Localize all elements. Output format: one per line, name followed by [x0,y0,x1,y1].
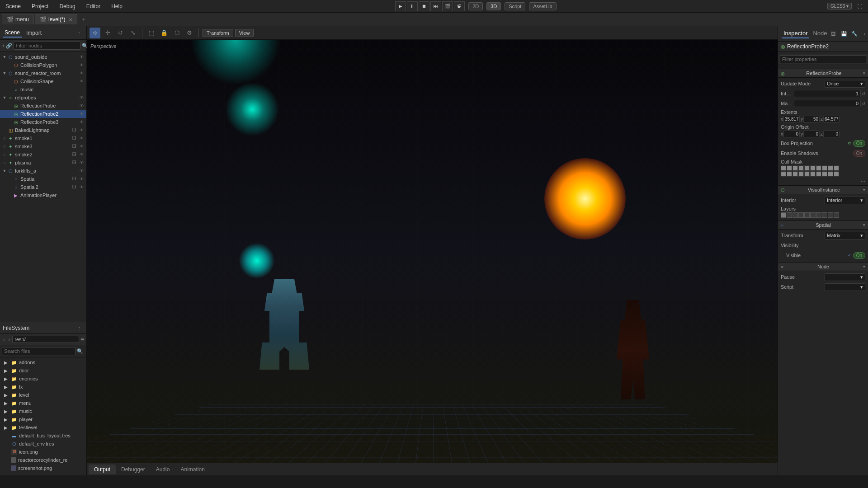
menu-item-scene[interactable]: Scene [4,2,23,10]
layer-6[interactable] [810,212,816,218]
cull-cell-12[interactable] [787,171,792,177]
tab-inspector[interactable]: Inspector [782,29,809,38]
visibility-icon[interactable]: 👁 [78,94,85,101]
layers-bar[interactable] [781,212,839,218]
mode-3d[interactable]: 3D [486,2,501,10]
box-projection-toggle[interactable]: On [853,140,865,147]
gles-badge[interactable]: GLES3 ▾ [827,3,852,9]
fs-item-door[interactable]: ▶ 📁 door [0,366,86,375]
cull-cell-11[interactable] [781,171,786,177]
cull-cell-9[interactable] [828,165,833,171]
tab-level-close[interactable]: ✕ [69,17,72,22]
tree-item-reflection-probe2[interactable]: ◎ ReflectionProbe2 👁 [0,110,86,118]
cull-cell-10[interactable] [834,165,839,171]
cull-cell-2[interactable] [787,165,792,171]
tree-item-refprobes[interactable]: ▼ ○ refprobes 👁 [0,94,86,102]
filter-nodes-input[interactable] [14,42,80,50]
menu-item-debug[interactable]: Debug [57,2,77,10]
max-distance-input[interactable] [794,100,861,107]
add-node-button[interactable]: + [2,41,5,50]
play-custom-button[interactable]: 📽 [454,1,465,11]
cull-cell-1[interactable] [781,165,786,171]
fs-item-player[interactable]: ▶ 📁 player [0,415,86,423]
visible-check-icon[interactable]: ✓ [848,253,851,258]
select-tool-button[interactable]: ⊹ [90,28,100,38]
fs-item-enemies[interactable]: ▶ 📁 enemies [0,375,86,383]
cull-cell-5[interactable] [804,165,810,171]
cull-mask-grid[interactable] [781,164,839,178]
cull-cell-15[interactable] [804,171,810,177]
fs-search-icon[interactable]: 🔍 [75,347,85,356]
visibility-icon[interactable]: 👁 [78,78,85,84]
rotate-tool-button[interactable]: ↺ [115,28,126,38]
cull-cell-14[interactable] [798,171,804,177]
tree-item-reflection-probe3[interactable]: ◎ ReflectionProbe3 👁 [0,118,86,126]
cull-cell-20[interactable] [834,171,839,177]
inspector-icon-1[interactable]: 🖼 [829,29,838,38]
update-mode-dropdown[interactable]: Once ▾ [825,80,865,88]
tree-item-spatial2[interactable]: ○ Spatial2 🎞 👁 [0,183,86,191]
visible-toggle[interactable]: On [853,252,865,259]
visibility-icon[interactable]: 👁 [78,111,85,117]
fs-item-default-env[interactable]: ⬡ default_env.tres [0,440,86,448]
visibility-icon[interactable]: 👁 [78,62,85,68]
inspector-icon-2[interactable]: 💾 [840,29,849,38]
cull-mask-expand[interactable]: … [861,178,865,183]
layer-3[interactable] [793,212,798,218]
cull-cell-17[interactable] [816,171,821,177]
mode-assetlib[interactable]: AssetLib [529,2,556,10]
fs-item-testlevel[interactable]: ▶ 📁 testlevel [0,423,86,432]
extra-tool-1[interactable]: ⬚ [146,28,157,38]
mode-2d[interactable]: 2D [468,2,483,10]
fs-layout-button[interactable]: ☰ [80,335,85,343]
transform-button[interactable]: Transform [203,29,233,37]
tree-item-collision-shape[interactable]: ⬡ CollisionShape 👁 [0,77,86,85]
tree-item-reflection-probe1[interactable]: ◎ ReflectionProbe 👁 [0,102,86,110]
menu-item-project[interactable]: Project [30,2,50,10]
maximize-button[interactable]: ⛶ [855,2,864,11]
extra-tool-4[interactable]: ⚙ [184,28,195,38]
fs-path-input[interactable] [12,336,79,343]
vis-movie-icon[interactable]: 🎞 [71,176,77,182]
extents-x-input[interactable] [783,116,800,122]
layer-4[interactable] [798,212,804,218]
layer-10[interactable] [834,212,839,218]
origin-z-input[interactable] [823,131,840,137]
layer-1[interactable] [781,212,786,218]
section-node[interactable]: ○ Node ▾ [778,262,868,271]
play-scene-button[interactable]: 🎬 [442,1,453,11]
tree-item-sound-reactor[interactable]: ▼ ⬡ sound_reactor_room 👁 [0,69,86,77]
extra-tool-2[interactable]: 🔒 [159,28,170,38]
panel-tab-scene[interactable]: Scene [3,28,22,38]
section-reflection-probe[interactable]: ◎ ReflectionProbe ▾ [778,69,868,78]
tree-item-music[interactable]: ♪ music [0,85,86,94]
view-button[interactable]: View [235,29,254,37]
visibility-icon[interactable]: 👁 [78,127,85,133]
tree-item-spatial1[interactable]: ○ Spatial 🎞 👁 [0,175,86,183]
fs-item-icon[interactable]: 🖼 icon.png [0,448,86,456]
cull-cell-19[interactable] [828,171,833,177]
filesystem-menu-icon[interactable]: ⋮ [75,324,84,333]
fs-item-level[interactable]: ▶ 📁 level [0,391,86,399]
visibility-icon[interactable]: 👁 [78,54,85,60]
cull-cell-16[interactable] [810,171,816,177]
tab-debugger[interactable]: Debugger [116,465,151,474]
visibility-icon[interactable]: 👁 [78,135,85,141]
move-tool-button[interactable]: ✛ [102,28,113,38]
cull-cell-13[interactable] [793,171,798,177]
tab-level[interactable]: 🎬 level(*) ✕ [35,14,77,24]
interior-dropdown[interactable]: Interior ▾ [825,197,865,204]
mode-script[interactable]: Script [505,2,525,10]
tree-item-collision-polygon[interactable]: ⬡ CollisionPolygon 👁 [0,61,86,69]
fs-item-music[interactable]: ▶ 📁 music [0,407,86,415]
fs-search-input[interactable] [2,347,75,355]
vis-movie-icon[interactable]: 🎞 [71,135,77,141]
visibility-icon[interactable]: 👁 [78,103,85,109]
cull-cell-3[interactable] [793,165,798,171]
play-button[interactable]: ▶ [395,1,406,11]
tree-item-smoke3[interactable]: ○ ✦ smoke3 🎞 👁 [0,142,86,150]
vis-movie-icon[interactable]: 🎞 [71,143,77,150]
fs-back-button[interactable]: ‹ [2,335,6,343]
panel-tab-import[interactable]: Import [24,29,43,37]
tree-item-smoke2[interactable]: ○ ✦ smoke2 🎞 👁 [0,150,86,159]
